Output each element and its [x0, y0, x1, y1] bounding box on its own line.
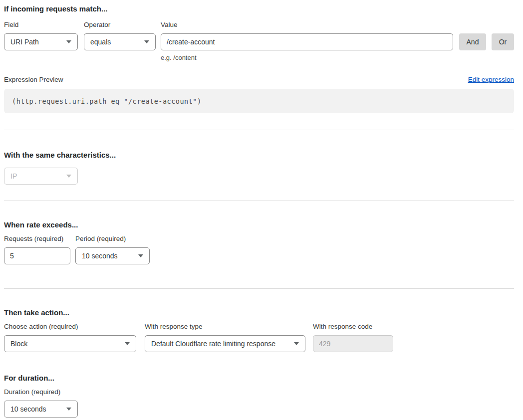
duration-select[interactable]: 10 seconds	[4, 401, 78, 418]
rate-limit-rule-form: If incoming requests match... Field URI …	[0, 0, 523, 418]
value-label: Value	[161, 21, 453, 28]
logic-buttons: And Or	[459, 33, 514, 50]
expression-preview-label: Expression Preview	[4, 76, 63, 83]
match-builder-row: Field URI Path Operator equals Value e.g…	[4, 21, 514, 61]
action-section-heading: Then take action...	[4, 308, 514, 318]
requests-group: Requests (required)	[4, 235, 70, 264]
rate-section-heading: When rate exceeds...	[4, 220, 514, 230]
choose-action-select[interactable]: Block	[4, 335, 136, 352]
field-select[interactable]: URI Path	[4, 33, 78, 50]
or-button[interactable]: Or	[492, 33, 514, 50]
operator-label: Operator	[84, 21, 156, 28]
match-section-heading: If incoming requests match...	[4, 4, 514, 14]
choose-action-label: Choose action (required)	[4, 323, 136, 330]
caret-down-icon	[294, 342, 299, 345]
caret-down-icon	[66, 175, 71, 178]
period-select[interactable]: 10 seconds	[75, 247, 150, 264]
response-type-label: With response type	[145, 323, 305, 330]
operator-select-value: equals	[90, 38, 111, 46]
choose-action-select-value: Block	[10, 340, 27, 348]
duration-select-value: 10 seconds	[10, 405, 46, 413]
value-helper-text: e.g. /content	[161, 54, 453, 61]
characteristics-select: IP	[4, 168, 78, 185]
characteristics-section-heading: With the same characteristics...	[4, 150, 514, 160]
expression-preview-header: Expression Preview Edit expression	[4, 76, 514, 83]
requests-input[interactable]	[4, 247, 70, 264]
caret-down-icon	[66, 40, 71, 43]
field-label: Field	[4, 21, 78, 28]
response-code-group: With response code	[313, 323, 393, 352]
requests-label: Requests (required)	[4, 235, 70, 242]
caret-down-icon	[144, 40, 149, 43]
caret-down-icon	[66, 408, 71, 411]
operator-select[interactable]: equals	[84, 33, 156, 50]
action-row: Choose action (required) Block With resp…	[4, 323, 514, 352]
rate-row: Requests (required) Period (required) 10…	[4, 235, 514, 264]
characteristics-select-value: IP	[10, 172, 17, 180]
response-type-select[interactable]: Default Cloudflare rate limiting respons…	[145, 335, 305, 352]
section-divider	[4, 201, 514, 201]
response-type-group: With response type Default Cloudflare ra…	[145, 323, 305, 352]
caret-down-icon	[138, 254, 143, 257]
choose-action-group: Choose action (required) Block	[4, 323, 136, 352]
period-select-value: 10 seconds	[82, 252, 118, 260]
section-divider	[4, 288, 514, 289]
caret-down-icon	[125, 342, 130, 345]
and-button[interactable]: And	[459, 33, 486, 50]
response-code-label: With response code	[313, 323, 393, 330]
expression-preview-code: (http.request.uri.path eq "/create-accou…	[4, 89, 514, 113]
field-group: Field URI Path	[4, 21, 78, 50]
period-group: Period (required) 10 seconds	[75, 235, 150, 264]
value-group: Value e.g. /content	[161, 21, 453, 61]
duration-section-heading: For duration...	[4, 373, 514, 383]
response-type-select-value: Default Cloudflare rate limiting respons…	[151, 340, 275, 348]
operator-group: Operator equals	[84, 21, 156, 50]
section-divider	[4, 130, 514, 130]
edit-expression-link[interactable]: Edit expression	[468, 76, 514, 83]
period-label: Period (required)	[75, 235, 150, 242]
duration-label: Duration (required)	[4, 389, 514, 396]
response-code-input	[313, 335, 393, 352]
field-select-value: URI Path	[10, 38, 39, 46]
value-input[interactable]	[161, 33, 453, 50]
